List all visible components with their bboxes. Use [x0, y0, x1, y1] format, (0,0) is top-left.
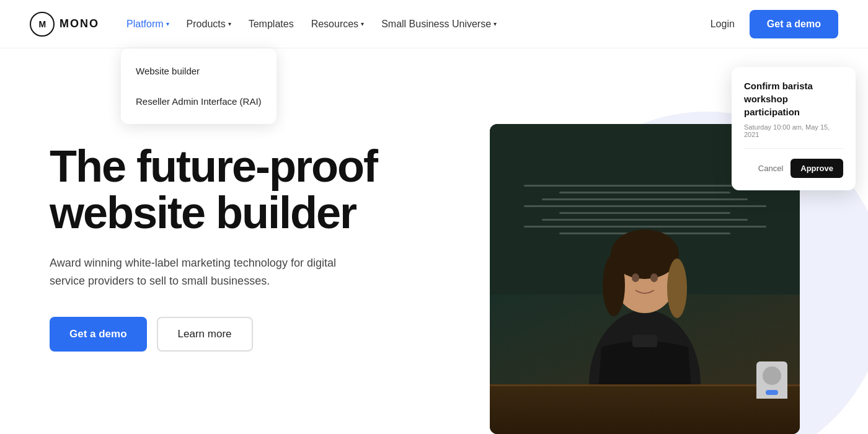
get-demo-button-hero[interactable]: Get a demo [50, 317, 147, 352]
svg-point-4 [667, 259, 687, 318]
svg-rect-7 [632, 335, 657, 347]
nav-actions: Login Get a demo [711, 10, 838, 38]
nav-resources[interactable]: Resources ▾ [304, 14, 371, 35]
get-demo-button-nav[interactable]: Get a demo [750, 10, 838, 38]
confirm-card: Confirm barista workshop participation S… [732, 67, 856, 190]
logo[interactable]: M MONO [30, 12, 99, 37]
confirm-card-actions: Cancel Approve [744, 159, 843, 178]
logo-monogram: M [30, 12, 55, 37]
products-chevron-icon: ▾ [228, 20, 231, 27]
svg-point-6 [650, 273, 658, 282]
nav-templates[interactable]: Templates [241, 14, 301, 35]
confirm-card-title: Confirm barista workshop participation [744, 79, 843, 118]
logo-wordmark: MONO [60, 17, 99, 30]
dropdown-rai[interactable]: Reseller Admin Interface (RAI) [121, 86, 277, 117]
hero-subtitle: Award winning white-label marketing tech… [50, 254, 347, 290]
nav-links: Platform ▾ Products ▾ Templates Resource… [119, 14, 711, 35]
machine-light [766, 390, 778, 395]
hero-title: The future-proof website builder [50, 143, 392, 237]
counter-area [490, 384, 800, 434]
sbu-chevron-icon: ▾ [494, 20, 497, 27]
navbar: M MONO Platform ▾ Products ▾ Templates R… [0, 0, 868, 48]
coffee-machine [756, 361, 787, 399]
nav-products[interactable]: Products ▾ [179, 14, 239, 35]
dropdown-website-builder[interactable]: Website builder [121, 56, 277, 86]
nav-sbu[interactable]: Small Business Universe ▾ [374, 14, 504, 35]
machine-dial [763, 366, 781, 385]
resources-chevron-icon: ▾ [361, 20, 364, 27]
hero-right: Confirm barista workshop participation S… [422, 48, 868, 434]
confirm-card-divider [744, 148, 843, 149]
learn-more-button[interactable]: Learn more [157, 317, 253, 352]
hero-buttons: Get a demo Learn more [50, 317, 392, 352]
platform-chevron-icon: ▾ [166, 20, 169, 27]
svg-point-5 [632, 273, 639, 282]
nav-platform[interactable]: Platform ▾ [119, 14, 177, 35]
confirm-approve-button[interactable]: Approve [790, 159, 843, 178]
login-button[interactable]: Login [711, 19, 735, 30]
svg-point-3 [603, 254, 625, 316]
platform-dropdown: Website builder Reseller Admin Interface… [121, 48, 277, 124]
confirm-card-date: Saturday 10:00 am, May 15, 2021 [744, 123, 843, 138]
confirm-cancel-button[interactable]: Cancel [758, 164, 783, 173]
